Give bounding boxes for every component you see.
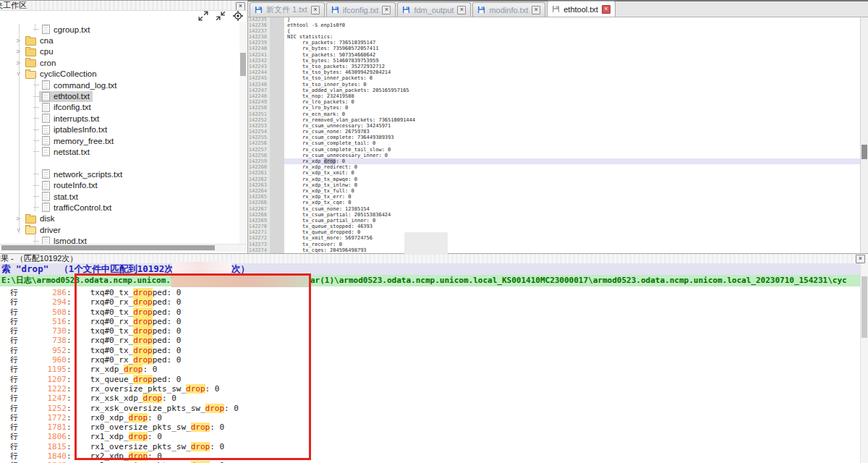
tree-item-body: iptablesInfo.txt [39,124,110,135]
result-row[interactable]: 行1772:rx0_xdp_drop: 0 [0,413,868,422]
tree-file-ethtool-txt[interactable]: ethtool.txt [0,90,239,101]
tree-item-body: cron [22,57,59,68]
result-colon: : [67,375,72,384]
tree-file-stat-txt[interactable]: stat.txt [0,191,239,202]
tab-modinfo-txt[interactable]: modinfo.txt× [472,2,545,17]
workspace-close-icon[interactable]: × [236,2,245,11]
tab-ethtool-txt[interactable]: ethtool.txt× [547,1,616,17]
tree-file-network_scripts-txt[interactable]: network_scripts.txt [0,169,239,179]
file-icon [42,103,50,112]
result-row[interactable]: 行1195:rx_xdp_drop: 0 [0,365,868,374]
tree-folder-cpu[interactable]: >cpu [0,46,239,57]
line-text: tx_csum_partial_inner: 0 [284,218,861,224]
tab--1-txt[interactable]: 新文件 1.txt× [250,2,325,17]
results-vertical-scrollbar[interactable] [860,263,868,463]
result-row[interactable]: 行1806:rx1_xdp_drop: 0 [0,432,868,441]
result-row[interactable]: 行1815:rx1_oversize_pkts_sw_drop: 0 [0,442,868,451]
tree-file-lsmod-txt[interactable]: lsmod.txt [0,235,239,244]
line-number: 142244 [248,69,270,75]
result-row[interactable]: 行960:rxq#0_rx_dropped: 0 [0,355,868,365]
tree-horizontal-scrollbar[interactable] [0,244,247,252]
tree-file-command_log-txt[interactable]: command_log.txt [0,80,239,90]
result-row[interactable]: 行516:rxq#0_rx_dropped: 0 [0,317,868,326]
tree-file-cgroup-txt[interactable]: cgroup.txt [0,24,239,35]
result-row[interactable]: 行730:txq#0_tx_dropped: 0 [0,326,868,336]
line-number: 142260 [248,164,270,170]
tree-folder-driver[interactable]: >driver [0,224,239,235]
tab-close-icon[interactable]: × [532,6,540,14]
results-close-icon[interactable]: × [856,255,865,263]
tree-file-memory_free-txt[interactable]: memory_free.txt [0,135,239,146]
tree-file-trafficcontrol-txt[interactable]: trafficControl.txt [0,202,239,213]
collapse-all-icon[interactable] [216,11,226,21]
expand-all-icon[interactable] [198,11,208,21]
tree-file-iptablesinfo-txt[interactable]: iptablesInfo.txt [0,124,239,135]
tab-close-icon[interactable]: × [602,5,610,14]
tree-file-netstat-txt[interactable]: netstat.txt [0,146,239,157]
result-row[interactable]: 行1247:rx_xsk_xdp_drop: 0 [0,394,868,403]
line-text: rx_csum_none: 26759783 [284,129,861,135]
editor-line: 142272 tx_xmit_more: 569724756 [248,235,861,241]
editor-line: 142243 tx_tso_packets: 35272932712 [248,64,861,69]
line-text: rx_csum_unnecessary_inner: 0 [284,153,861,158]
tree-file-ifconfig-txt[interactable]: ifconfig.txt [0,102,239,113]
result-row[interactable]: 行1781:rx0_oversize_pkts_sw_drop: 0 [0,422,868,432]
floppy-disk-icon [477,6,485,14]
result-row[interactable]: 行1252:rx_xsk_oversize_pkts_sw_drop: 0 [0,404,868,413]
bookmark-margin [270,140,284,146]
tree-vertical-scroll-thumb[interactable] [240,53,246,76]
tree-folder-cycliccollection[interactable]: >cyclicCollection [0,69,239,80]
line-text: tx_xmit_more: 569724756 [284,235,861,241]
bookmark-margin [270,224,284,229]
locate-file-icon[interactable] [233,11,243,21]
editor-line: 142271 tx_queue_dropped: 0 [248,229,861,235]
line-text: rx_bytes: 735960572057411 [284,46,861,51]
line-number: 142249 [248,99,270,105]
result-row[interactable]: 行294:rxq#0_rx_dropped: 0 [0,297,868,307]
tab-close-icon[interactable]: × [311,6,320,14]
result-row[interactable]: 行952:txq#0_tx_dropped: 0 [0,346,868,355]
line-text: rx_xdp_tx_inlnw: 0 [284,182,861,188]
bookmark-margin [270,153,284,158]
line-number: 142237 [248,28,270,34]
bookmark-margin [270,69,284,75]
line-text: tx_nop: 232419588 [284,93,861,99]
result-row[interactable]: 行1840:rx2_xdp_drop: 0 [0,451,868,461]
result-colon: : [67,317,72,326]
result-row-label: 行 [10,336,25,345]
results-summary-row[interactable]: 索 "drop" （1个文件中匹配到10192次，总计 次） [0,263,868,275]
bookmark-margin [270,75,284,81]
editor-text-area[interactable]: 142235}142236ethtool -S enp1s0f0142237{1… [248,17,861,255]
result-row[interactable]: 行286:txq#0_tx_dropped: 0 [0,288,868,297]
editor-line: 142274 tx_cqes: 204596498793 [248,247,861,253]
results-file-path-row[interactable]: E:\日志\armod0523.odata.ncmp.unicom.loca a… [0,275,861,286]
result-row[interactable]: 行1207:tx_queue_dropped: 0 [0,375,868,384]
result-colon: : [67,384,72,394]
tree-folder-cron[interactable]: >cron [0,57,239,68]
workspace-toolbar [198,11,243,21]
tree-vertical-scrollbar[interactable] [239,22,247,244]
bookmark-margin [270,123,284,129]
tree-folder-cna[interactable]: >cna [0,35,239,46]
tree-file-routeinfo-txt[interactable]: routeInfo.txt [0,179,239,190]
results-title: 结果 - （匹配10192次） [0,254,83,263]
tab-close-icon[interactable]: × [457,6,466,14]
tree-horizontal-scroll-thumb[interactable] [1,245,215,250]
tab-close-icon[interactable]: × [382,6,391,14]
editor-line: 142255 rx_csum_complete: 736449389393 [248,135,861,140]
results-vertical-scroll-thumb[interactable] [861,276,867,338]
tree-item-body: cpu [22,46,56,57]
line-text: tx_csum_partial: 205153836424 [284,212,861,218]
result-match-text: rxq#0_rx_dropped: 0 [90,317,182,326]
result-row[interactable]: 行1222:rx_oversize_pkts_sw_drop: 0 [0,384,868,394]
result-row[interactable]: 行508:txq#0_tx_dropped: 0 [0,307,868,317]
tab-fdm_output[interactable]: fdm_output× [397,2,471,17]
workspace-title-bar: 夹工作区 × [0,0,247,11]
result-row[interactable]: 行738:rxq#0_rx_dropped: 0 [0,336,868,345]
tab-ifconfig-txt[interactable]: ifconfig.txt× [326,2,396,17]
editor-vertical-scroll-thumb[interactable] [861,145,867,159]
tree-file-interrupts-txt[interactable]: interrupts.txt [0,113,239,124]
editor-vertical-scrollbar[interactable] [860,17,868,255]
tree-folder-disk[interactable]: >disk [0,213,239,224]
file-icon [42,192,50,201]
